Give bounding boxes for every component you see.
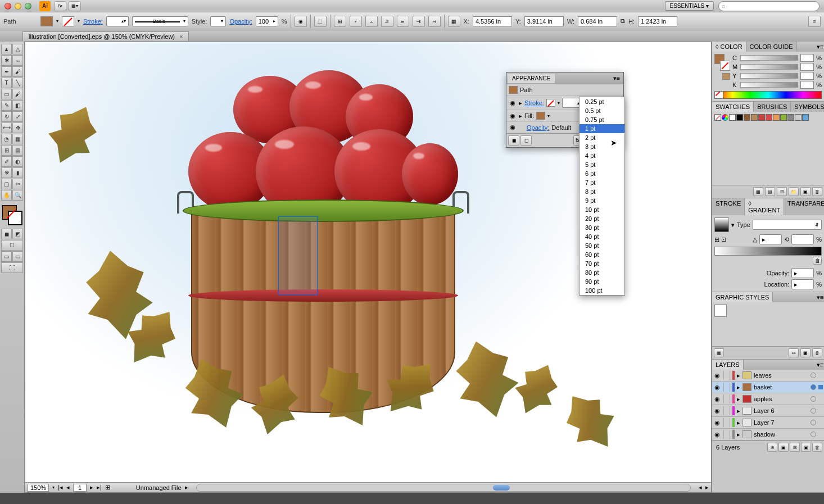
isolate-button[interactable]: ⊞	[334, 16, 346, 27]
appearance-opacity-link[interactable]: Opacity:	[527, 124, 549, 131]
free-transform-tool[interactable]: ✥	[12, 122, 23, 133]
first-artboard-icon[interactable]: |◂	[58, 484, 63, 491]
layer-row[interactable]: ◉▸shadow	[712, 429, 824, 441]
new-swatch-icon[interactable]: ▣	[800, 187, 811, 196]
blob-brush-tool[interactable]: 🖌	[12, 66, 23, 77]
c-slider[interactable]: C%	[732, 54, 822, 62]
prev-artboard-icon[interactable]: ◂	[66, 484, 70, 491]
type-tool[interactable]: T	[1, 78, 12, 88]
y-input[interactable]: 3.9114 in	[524, 16, 564, 26]
stroke-weight-option[interactable]: 80 pt	[579, 268, 624, 277]
slice-tool[interactable]: ✂	[12, 179, 23, 189]
gradient-angle[interactable]: ▸	[759, 234, 782, 244]
swatch-libraries-icon[interactable]: ▦	[753, 187, 763, 196]
swatch-options-icon[interactable]: ⊞	[777, 187, 787, 196]
rotate-tool[interactable]: ↻	[1, 111, 12, 122]
zoom-tool[interactable]: 🔍	[12, 190, 23, 201]
layer-expand-icon[interactable]: ▸	[737, 396, 740, 403]
draw-normal-button[interactable]: ▭	[1, 251, 12, 262]
delete-style-icon[interactable]: 🗑	[812, 348, 822, 357]
gradient-stop-location[interactable]: ▸	[791, 279, 814, 289]
pen-tool[interactable]: ✒	[1, 66, 12, 77]
layer-visibility-icon[interactable]: ◉	[713, 372, 721, 379]
x-input[interactable]: 4.5356 in	[473, 16, 512, 26]
layer-row[interactable]: ◉▸Layer 7	[712, 417, 824, 429]
control-menu-icon[interactable]: ≡	[808, 16, 821, 27]
k-slider[interactable]: K%	[732, 81, 822, 89]
opacity-input[interactable]: 100▸	[256, 16, 278, 26]
scroll-right-icon[interactable]: ▸	[705, 484, 709, 491]
gradient-stop-opacity[interactable]: ▸	[791, 268, 814, 278]
line-tool[interactable]: ╲	[12, 78, 23, 88]
stroke-weight-option[interactable]: 10 pt	[579, 205, 624, 214]
stroke-weight-option[interactable]: 50 pt	[579, 241, 624, 250]
lasso-tool[interactable]: ⟕	[12, 55, 23, 66]
transparency-tab[interactable]: TRANSPARE	[784, 198, 824, 215]
search-input[interactable]	[718, 1, 820, 11]
layer-target-icon[interactable]	[811, 384, 816, 390]
workspace-switcher[interactable]: ESSENTIALS ▾	[665, 1, 714, 11]
visibility-icon[interactable]: ◉	[509, 112, 517, 120]
panel-menu-icon[interactable]: ▾≡	[611, 75, 622, 82]
color-spectrum[interactable]	[714, 91, 822, 99]
graphic-styles-tab[interactable]: GRAPHIC STYLES	[712, 292, 773, 302]
color-mode-button[interactable]: ◼	[1, 229, 12, 239]
align-left-button[interactable]: ⫟	[350, 16, 362, 27]
close-tab-icon[interactable]: ×	[179, 33, 183, 40]
stroke-weight-option[interactable]: 5 pt	[579, 160, 624, 169]
stroke-weight-option[interactable]: 100 pt	[579, 286, 624, 295]
layer-visibility-icon[interactable]: ◉	[713, 419, 721, 426]
artboard-tool[interactable]: ▢	[1, 179, 12, 189]
stroke-tab[interactable]: STROKE	[712, 198, 745, 215]
align-center-v-button[interactable]: ⫣	[413, 16, 425, 27]
layer-target-icon[interactable]	[811, 396, 816, 402]
styles-libraries-icon[interactable]: ▦	[714, 348, 724, 357]
align-stroke-button[interactable]: ⬚	[314, 16, 327, 27]
stroke-weight-option[interactable]: 40 pt	[579, 232, 624, 241]
m-slider[interactable]: M%	[732, 63, 822, 71]
stroke-link[interactable]: Stroke:	[83, 18, 103, 25]
brushes-tab[interactable]: BRUSHES	[754, 102, 791, 112]
align-top-button[interactable]: ⫢	[397, 16, 409, 27]
layer-target-icon[interactable]	[811, 408, 816, 414]
break-link-icon[interactable]: ⇹	[789, 348, 799, 357]
layer-row[interactable]: ◉▸leaves	[712, 370, 824, 382]
layer-target-icon[interactable]	[811, 420, 816, 425]
transform-reference-button[interactable]: ▦	[448, 16, 460, 27]
screen-mode-button[interactable]: ⛶	[1, 262, 23, 273]
zoom-level[interactable]: 150%	[28, 484, 49, 492]
new-fill-icon[interactable]: ◻	[520, 135, 532, 146]
stroke-weight-option[interactable]: 9 pt	[579, 196, 624, 205]
mesh-tool[interactable]: ⊞	[1, 145, 12, 156]
layer-row[interactable]: ◉▸Layer 6	[712, 405, 824, 417]
appearance-stroke-link[interactable]: Stroke:	[524, 99, 544, 106]
gradient-ratio[interactable]	[791, 234, 814, 244]
layer-visibility-icon[interactable]: ◉	[713, 407, 721, 415]
layer-expand-icon[interactable]: ▸	[737, 407, 740, 415]
blend-tool[interactable]: ◐	[12, 156, 23, 167]
layer-row[interactable]: ◉▸apples	[712, 393, 824, 405]
color-guide-tab[interactable]: COLOR GUIDE	[746, 42, 797, 52]
width-tool[interactable]: ⟷	[1, 122, 12, 133]
stroke-weight-option[interactable]: 1 pt	[579, 124, 624, 133]
appearance-fill-swatch[interactable]	[536, 112, 545, 120]
stroke-weight-menu[interactable]: 0.25 pt0.5 pt0.75 pt1 pt2 pt3 pt4 pt5 pt…	[579, 97, 625, 296]
zoom-window-button[interactable]	[25, 3, 31, 10]
h-scrollbar[interactable]	[196, 484, 691, 492]
bridge-button[interactable]: Br	[54, 1, 66, 11]
none-mode-button[interactable]: ☐	[1, 240, 23, 251]
scale-tool[interactable]: ⤢	[12, 111, 23, 122]
h-input[interactable]: 1.2423 in	[638, 16, 677, 26]
gradient-delete-icon[interactable]: 🗑	[813, 257, 822, 265]
stroke-weight-option[interactable]: 7 pt	[579, 178, 624, 187]
arrange-documents-button[interactable]: ▦▾	[69, 1, 81, 11]
gradient-tab[interactable]: ◊ GRADIENT	[745, 198, 784, 215]
new-sublayer-icon[interactable]: ⊞	[790, 443, 800, 452]
new-layer-icon[interactable]: ▣	[801, 443, 811, 452]
document-tab[interactable]: illustration [Converted].eps @ 150% (CMY…	[22, 31, 189, 41]
delete-swatch-icon[interactable]: 🗑	[812, 187, 822, 196]
new-stroke-icon[interactable]: ◼	[508, 135, 519, 146]
stroke-weight-option[interactable]: 6 pt	[579, 169, 624, 178]
stroke-swatch[interactable]	[62, 16, 74, 26]
visibility-icon[interactable]: ◉	[509, 124, 517, 131]
